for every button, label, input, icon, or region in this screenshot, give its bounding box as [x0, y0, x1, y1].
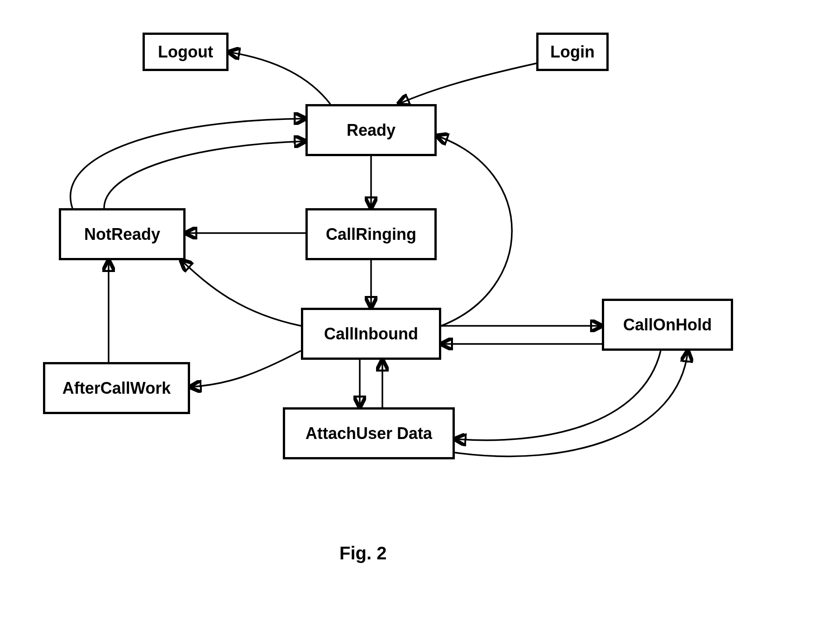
- edge-attachuserdata-callonhold: [455, 351, 688, 456]
- node-ready: Ready: [305, 104, 437, 156]
- node-login: Login: [536, 33, 609, 71]
- edge-ready-logout: [229, 52, 330, 104]
- edge-callonhold-attachuserdata: [455, 351, 661, 440]
- node-callonhold: CallOnHold: [602, 299, 733, 351]
- edge-callinbound-ready: [437, 136, 512, 326]
- node-label: NotReady: [84, 225, 160, 244]
- edge-notready-ready-upper: [71, 119, 305, 208]
- node-logout: Logout: [143, 33, 229, 71]
- node-callringing: CallRinging: [305, 208, 437, 260]
- node-label: Logout: [158, 43, 213, 62]
- edge-notready-ready-lower: [104, 141, 305, 208]
- node-label: CallOnHold: [623, 315, 712, 334]
- node-label: CallInbound: [324, 324, 418, 343]
- diagram-canvas: Logout Login Ready NotReady CallRinging …: [0, 0, 815, 644]
- edge-callinbound-notready: [181, 260, 301, 326]
- node-aftercallwork: AfterCallWork: [43, 362, 190, 414]
- edge-login-ready: [398, 63, 536, 104]
- edge-callinbound-aftercallwork: [190, 351, 301, 387]
- node-label: AttachUser Data: [305, 424, 432, 443]
- node-label: AfterCallWork: [62, 379, 171, 398]
- node-label: Ready: [347, 121, 396, 140]
- node-label: Login: [550, 43, 595, 62]
- figure-caption: Fig. 2: [339, 543, 386, 563]
- node-notready: NotReady: [59, 208, 186, 260]
- node-callinbound: CallInbound: [301, 308, 441, 360]
- node-label: CallRinging: [326, 225, 416, 244]
- node-attachuserdata: AttachUser Data: [283, 407, 455, 459]
